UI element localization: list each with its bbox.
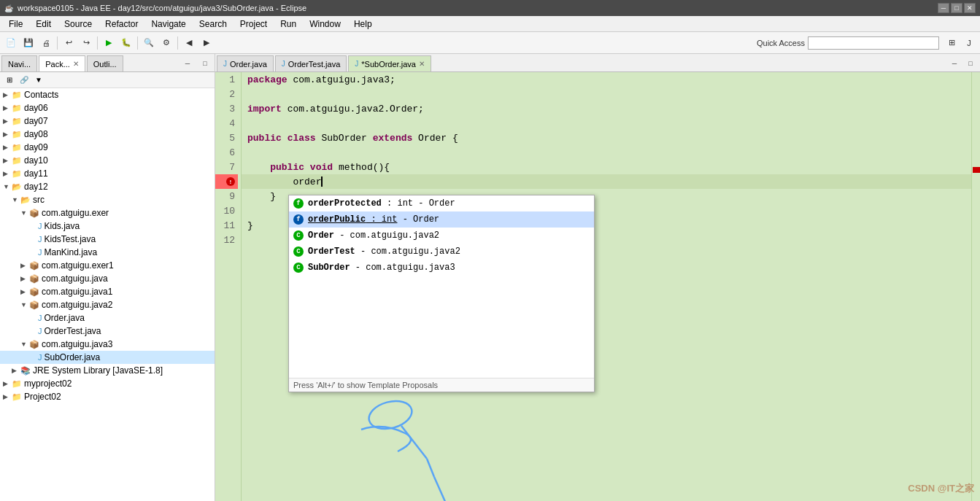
sidebar-link-btn[interactable]: 🔗 (18, 74, 31, 87)
tree-item-kidstest[interactable]: J KidsTest.java (0, 233, 215, 246)
tree-item-day10[interactable]: ▶ 📁 day10 (0, 154, 215, 167)
toolbar-back-btn[interactable]: ◀ (181, 35, 197, 51)
autocomplete-item-5[interactable]: C SubOrder - com.atguigu.java3 (289, 260, 594, 276)
minimize-button[interactable]: ─ (938, 3, 949, 13)
editor-min-btn[interactable]: ─ (946, 55, 962, 71)
tree-toggle[interactable]: ▶ (3, 170, 12, 177)
tree-item-src[interactable]: ▼ 📂 src (0, 193, 215, 206)
sidebar-tab-pack[interactable]: Pack... ✕ (39, 55, 85, 71)
tree-item-day08[interactable]: ▶ 📁 day08 (0, 128, 215, 141)
toolbar-new-btn[interactable]: 📄 (3, 35, 19, 51)
editor-tab-order[interactable]: J Order.java (217, 55, 274, 71)
tab-close-btn[interactable]: ✕ (419, 60, 425, 68)
sidebar-tab-pack-close[interactable]: ✕ (73, 60, 79, 68)
autocomplete-empty-area (289, 276, 594, 378)
editor-tab-suborder[interactable]: J *SubOrder.java ✕ (348, 55, 431, 71)
autocomplete-item-3[interactable]: C Order - com.atguigu.java2 (289, 228, 594, 244)
tree-toggle[interactable]: ▶ (3, 91, 12, 98)
tree-item-contacts[interactable]: ▶ 📁 Contacts (0, 88, 215, 101)
window-controls[interactable]: ─ □ ✕ (938, 3, 976, 13)
tree-item-ordertest[interactable]: J OrderTest.java (0, 325, 215, 338)
tree-item-day09[interactable]: ▶ 📁 day09 (0, 141, 215, 154)
sidebar-tab-outline[interactable]: Outli... (87, 55, 123, 71)
menu-run[interactable]: Run (274, 18, 302, 31)
tree-item-day11[interactable]: ▶ 📁 day11 (0, 167, 215, 180)
menu-edit[interactable]: Edit (30, 18, 57, 31)
toolbar-undo-btn[interactable]: ↩ (61, 35, 77, 51)
toolbar-print-btn[interactable]: 🖨 (38, 35, 54, 51)
tree-toggle[interactable]: ▶ (20, 288, 29, 295)
tree-item-project02[interactable]: ▶ 📁 Project02 (0, 390, 215, 403)
toolbar-debug-btn[interactable]: 🐛 (118, 35, 134, 51)
toolbar-redo-btn[interactable]: ↪ (78, 35, 94, 51)
line-num-12: 12 (215, 233, 238, 247)
sidebar-tabs: Navi... Pack... ✕ Outli... ─ □ (0, 54, 215, 72)
tree-item-day12[interactable]: ▼ 📂 day12 (0, 180, 215, 193)
sidebar-max-btn[interactable]: □ (197, 55, 213, 71)
tree-item-exer[interactable]: ▼ 📦 com.atguigu.exer (0, 206, 215, 220)
autocomplete-popup[interactable]: f orderProtected : int - Order f orderPu… (288, 195, 595, 392)
autocomplete-item-1[interactable]: f orderProtected : int - Order (289, 195, 594, 211)
tree-item-day06[interactable]: ▶ 📁 day06 (0, 101, 215, 114)
tree-toggle[interactable]: ▼ (20, 209, 29, 217)
tree-item-mankind[interactable]: J ManKind.java (0, 246, 215, 259)
tree-item-suborder[interactable]: J SubOrder.java (0, 351, 215, 364)
tree-toggle[interactable]: ▶ (3, 157, 12, 164)
toolbar-sep-4 (177, 36, 178, 50)
tree-label-contacts: Contacts (24, 90, 58, 100)
close-button[interactable]: ✕ (964, 3, 976, 13)
autocomplete-item-2[interactable]: f orderPublic : int - Order (289, 211, 594, 228)
tree-item-java1[interactable]: ▶ 📦 com.atguigu.java1 (0, 285, 215, 298)
tree-item-myproject02[interactable]: ▶ 📁 myproject02 (0, 377, 215, 390)
tree-item-java2[interactable]: ▼ 📦 com.atguigu.java2 (0, 298, 215, 311)
menu-search[interactable]: Search (193, 18, 233, 31)
java-file-icon: J (38, 235, 42, 244)
code-editor[interactable]: 1 2 3 4 5 6 7 ! 9 10 11 12 package com.a… (215, 72, 980, 501)
quick-access-input[interactable] (808, 36, 939, 50)
line-num-6: 6 (215, 145, 238, 160)
tree-toggle[interactable]: ▶ (3, 104, 12, 112)
tree-toggle[interactable]: ▶ (3, 144, 12, 151)
tree-toggle[interactable]: ▶ (3, 131, 12, 138)
autocomplete-item-4[interactable]: C OrderTest - com.atguigu.java2 (289, 244, 594, 260)
menu-source[interactable]: Source (58, 18, 98, 31)
tree-item-order[interactable]: J Order.java (0, 311, 215, 325)
tree-item-exer1[interactable]: ▶ 📦 com.atguigu.exer1 (0, 259, 215, 272)
menu-window[interactable]: Window (304, 18, 347, 31)
tree-toggle[interactable]: ▼ (3, 183, 12, 190)
tree-item-java[interactable]: ▶ 📦 com.atguigu.java (0, 272, 215, 285)
tree-toggle[interactable]: ▶ (12, 367, 20, 374)
right-scroll-indicator[interactable] (971, 72, 980, 501)
menu-file[interactable]: File (3, 18, 28, 31)
editor-max-btn[interactable]: □ (962, 55, 979, 71)
tree-toggle[interactable]: ▶ (3, 380, 12, 387)
editor-tab-ordertest[interactable]: J OrderTest.java (275, 55, 347, 71)
toolbar-ref-btn[interactable]: ⚙ (158, 35, 174, 51)
maximize-button[interactable]: □ (951, 3, 962, 13)
menu-project[interactable]: Project (234, 18, 273, 31)
tree-toggle[interactable]: ▶ (20, 262, 29, 269)
tree-item-jre[interactable]: ▶ 📚 JRE System Library [JavaSE-1.8] (0, 364, 215, 377)
sidebar-menu-btn[interactable]: ▼ (32, 74, 45, 87)
toolbar-save-btn[interactable]: 💾 (20, 35, 36, 51)
tree-toggle[interactable]: ▼ (12, 196, 20, 203)
tree-toggle[interactable]: ▼ (20, 341, 29, 348)
menu-navigate[interactable]: Navigate (145, 18, 191, 31)
menu-help[interactable]: Help (348, 18, 378, 31)
tree-item-kids[interactable]: J Kids.java (0, 220, 215, 233)
sidebar-collapse-btn[interactable]: ⊞ (3, 74, 16, 87)
tree-toggle[interactable]: ▶ (3, 393, 12, 400)
tree-toggle[interactable]: ▶ (20, 275, 29, 282)
menu-refactor[interactable]: Refactor (99, 18, 144, 31)
toolbar-java-btn[interactable]: J (961, 35, 977, 51)
sidebar-min-btn[interactable]: ─ (180, 55, 196, 71)
tree-item-day07[interactable]: ▶ 📁 day07 (0, 114, 215, 128)
toolbar-run-btn[interactable]: ▶ (101, 35, 117, 51)
toolbar-fwd-btn[interactable]: ▶ (198, 35, 215, 51)
toolbar-perspectives-btn[interactable]: ⊞ (944, 35, 960, 51)
tree-toggle[interactable]: ▶ (3, 117, 12, 125)
sidebar-tab-navi[interactable]: Navi... (1, 55, 37, 71)
tree-item-java3[interactable]: ▼ 📦 com.atguigu.java3 (0, 338, 215, 351)
tree-toggle[interactable]: ▼ (20, 301, 29, 308)
toolbar-search-btn[interactable]: 🔍 (141, 35, 157, 51)
